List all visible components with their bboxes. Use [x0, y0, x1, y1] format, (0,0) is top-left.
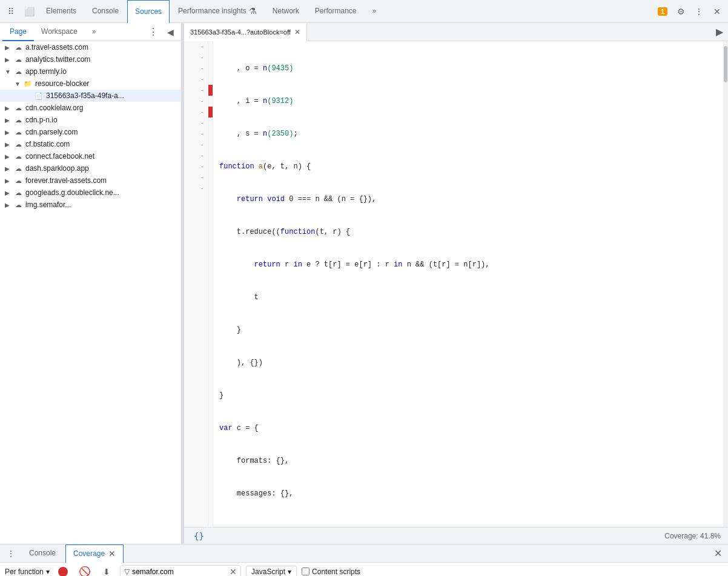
tree-item-parsely[interactable]: ▶ ☁ cdn.parsely.com	[0, 126, 181, 138]
tab-network[interactable]: Network	[265, 0, 306, 23]
close-devtools-icon[interactable]: ✕	[709, 3, 726, 20]
tab-page[interactable]: Page	[2, 23, 34, 41]
cloud-icon: ☁	[13, 115, 23, 125]
download-icon: ⬇	[103, 567, 110, 577]
code-area[interactable]: - - - - - - - - - - - - - -	[184, 41, 728, 527]
js-file-icon: 📄	[34, 91, 44, 101]
per-function-dropdown[interactable]: Per function ▾	[5, 568, 50, 576]
cloud-icon: ☁	[13, 127, 23, 137]
cloud-icon: ☁	[13, 188, 23, 197]
tree-item-resource-blocker[interactable]: ▼ 📁 resource-blocker	[0, 78, 181, 90]
tree-item-sparkloop[interactable]: ▶ ☁ dash.sparkloop.app	[0, 162, 181, 174]
settings-icon[interactable]: ⚙	[672, 3, 689, 20]
filter-clear-icon[interactable]: ✕	[230, 567, 237, 577]
tree-item-pn[interactable]: ▶ ☁ cdn.p-n.io	[0, 114, 181, 126]
code-tab-bar: 315663a3-f35a-4...?autoBlock=off ✕ ▶	[184, 23, 728, 41]
clear-icon: 🚫	[79, 566, 91, 576]
cloud-icon: ☁	[13, 67, 23, 76]
tree-item-facebook[interactable]: ▶ ☁ connect.facebook.net	[0, 150, 181, 162]
code-tab-close-icon[interactable]: ✕	[294, 28, 300, 36]
top-split: Page Workspace » ⋮ ◀ ▶ ☁ a.travel-assets…	[0, 23, 728, 544]
tab-console-bottom[interactable]: Console	[22, 545, 63, 563]
coverage-percentage: Coverage: 41.8%	[664, 532, 721, 540]
code-lines: , o = n(9435) , i = n(9312) , s = n(2350…	[213, 41, 723, 527]
line-numbers: - - - - - - - - - - - - - -	[184, 41, 208, 527]
close-bottom-panel-icon[interactable]: ✕	[710, 548, 726, 559]
tab-workspace[interactable]: Workspace	[34, 23, 85, 41]
tree-item-forever-travel[interactable]: ▶ ☁ forever.travel-assets.com	[0, 174, 181, 187]
tree-item-bstatic[interactable]: ▶ ☁ cf.bstatic.com	[0, 138, 181, 150]
panel-menu-icon[interactable]: ⋮	[2, 545, 19, 562]
cloud-icon: ☁	[13, 139, 23, 149]
device-toolbar-icon[interactable]: ⬜	[21, 3, 38, 20]
cloud-icon: ☁	[13, 164, 23, 173]
folder-icon: 📁	[23, 79, 33, 88]
main-split: Page Workspace » ⋮ ◀ ▶ ☁ a.travel-assets…	[0, 23, 728, 576]
customize-icon[interactable]: ⠿	[2, 3, 19, 20]
bottom-panel-tabs: ⋮ Console Coverage ✕ ✕	[0, 545, 728, 563]
collapse-right-icon[interactable]: ▶	[711, 24, 728, 41]
record-coverage-button[interactable]	[55, 563, 71, 577]
tree-item-termly[interactable]: ▼ ☁ app.termly.io	[0, 65, 181, 78]
filter-icon: ▽	[124, 568, 130, 576]
more-options-icon[interactable]: ⋮	[690, 3, 707, 20]
tab-console[interactable]: Console	[85, 0, 126, 23]
tab-performance-insights[interactable]: Performance insights ⚗	[171, 0, 264, 23]
bottom-panel: ⋮ Console Coverage ✕ ✕ Per function ▾ 🚫	[0, 544, 728, 576]
tree-item-img-semafor[interactable]: ▶ ☁ img.semafor...	[0, 199, 181, 211]
cloud-icon: ☁	[13, 200, 23, 210]
content-scripts-checkbox-input[interactable]	[302, 568, 309, 575]
error-badge[interactable]: 1	[654, 3, 671, 20]
clear-coverage-button[interactable]: 🚫	[76, 563, 93, 577]
tree-item-js-file[interactable]: ▶ 📄 315663a3-f35a-49fa-a...	[0, 90, 181, 102]
tab-more-secondary[interactable]: »	[85, 23, 104, 41]
cloud-icon: ☁	[13, 151, 23, 161]
sidebar-collapse-icon[interactable]: ◀	[162, 24, 179, 41]
code-scrollbar[interactable]	[723, 41, 728, 527]
file-tree-sidebar: Page Workspace » ⋮ ◀ ▶ ☁ a.travel-assets…	[0, 23, 182, 544]
more-sidebar-options-icon[interactable]: ⋮	[145, 24, 162, 41]
content-scripts-checkbox[interactable]: Content scripts	[302, 568, 360, 576]
tree-item-twitter[interactable]: ▶ ☁ analytics.twitter.com	[0, 53, 181, 65]
code-status-bar: {} Coverage: 41.8%	[184, 527, 728, 544]
tab-performance[interactable]: Performance	[308, 0, 364, 23]
tab-elements[interactable]: Elements	[39, 0, 84, 23]
cloud-icon: ☁	[13, 103, 23, 113]
tab-more[interactable]: »	[365, 0, 384, 23]
pretty-print-icon[interactable]: {}	[191, 531, 207, 541]
coverage-gutter	[208, 41, 213, 527]
tree-item-travel-assets[interactable]: ▶ ☁ a.travel-assets.com	[0, 41, 181, 53]
tree-item-cookielaw[interactable]: ▶ ☁ cdn.cookielaw.org	[0, 102, 181, 114]
cloud-icon: ☁	[13, 176, 23, 185]
code-panel: 315663a3-f35a-4...?autoBlock=off ✕ ▶ - -…	[184, 23, 728, 544]
cloud-icon: ☁	[13, 42, 23, 52]
secondary-toolbar: Page Workspace » ⋮ ◀	[0, 23, 181, 41]
filter-input-wrap: ▽ ✕	[120, 565, 241, 577]
code-tab-active[interactable]: 315663a3-f35a-4...?autoBlock=off ✕	[184, 23, 307, 41]
tree-item-googleads[interactable]: ▶ ☁ googleads.g.doubleclick.ne...	[0, 187, 181, 199]
devtools-toolbar: ⠿ ⬜ Elements Console Sources Performance…	[0, 0, 728, 23]
tab-sources[interactable]: Sources	[127, 0, 170, 23]
code-tab-label: 315663a3-f35a-4...?autoBlock=off	[190, 28, 291, 36]
coverage-tab-close-icon[interactable]: ✕	[108, 549, 116, 558]
cloud-icon: ☁	[13, 55, 23, 64]
coverage-toolbar: Per function ▾ 🚫 ⬇ ▽ ✕ JavaScript ▾	[0, 563, 728, 576]
type-select[interactable]: JavaScript ▾	[246, 566, 297, 577]
tab-coverage[interactable]: Coverage ✕	[65, 545, 124, 563]
filter-input[interactable]	[132, 568, 227, 576]
download-coverage-button[interactable]: ⬇	[98, 563, 115, 577]
